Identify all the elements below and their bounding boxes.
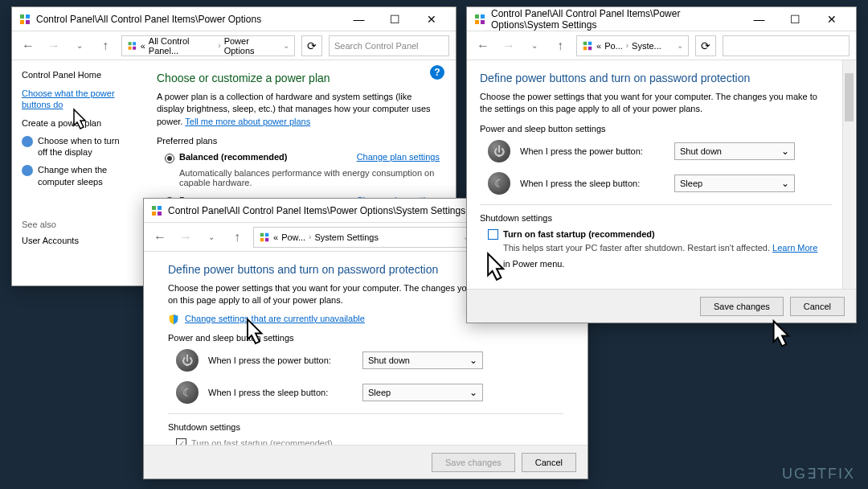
sidebar-link-power-buttons[interactable]: Choose what the power buttons do: [22, 88, 131, 111]
svg-rect-14: [260, 237, 264, 240]
button-row: Save changes Cancel: [144, 445, 588, 479]
power-button-select[interactable]: Shut down: [674, 142, 795, 160]
toolbar: ← → ⌄ ↑ « Po... › Syste... ⌄ ⟳: [467, 31, 856, 60]
breadcrumb-1[interactable]: Pow...: [281, 232, 305, 242]
sleep-button-select[interactable]: Sleep: [362, 384, 483, 401]
radio-balanced[interactable]: [165, 154, 174, 163]
section-power-sleep: Power and sleep button settings: [168, 333, 563, 343]
sidebar-user-accounts[interactable]: User Accounts: [22, 236, 131, 245]
power-icon: ⏻: [176, 349, 199, 372]
svg-rect-8: [152, 206, 156, 210]
link-learn-more[interactable]: Learn More: [772, 243, 817, 253]
up-button[interactable]: ↑: [96, 36, 115, 55]
shield-icon: [168, 314, 179, 325]
forward-button[interactable]: →: [499, 36, 518, 55]
window-title: Control Panel\All Control Panel Items\Po…: [491, 8, 741, 31]
titlebar: Control Panel\All Control Panel Items\Po…: [467, 7, 856, 31]
sidebar-link-create-plan[interactable]: Create a power plan: [22, 117, 131, 129]
maximize-button[interactable]: ☐: [377, 8, 413, 31]
control-panel-icon: [18, 13, 31, 26]
svg-rect-21: [588, 41, 592, 44]
history-dropdown[interactable]: ⌄: [70, 36, 89, 55]
history-dropdown[interactable]: ⌄: [202, 228, 221, 247]
svg-rect-16: [475, 14, 479, 18]
preferred-plans-label: Preferred plans: [157, 136, 440, 146]
breadcrumb-2[interactable]: Power Options: [224, 36, 276, 55]
refresh-button[interactable]: ⟳: [695, 35, 716, 56]
divider: [168, 413, 563, 414]
search-input[interactable]: [723, 35, 850, 56]
svg-rect-5: [133, 42, 136, 45]
control-panel-icon: [150, 204, 163, 217]
page-title: Choose or customize a power plan: [157, 72, 440, 84]
cancel-button[interactable]: Cancel: [522, 453, 576, 472]
checkbox-fast-startup[interactable]: [488, 229, 498, 240]
close-button[interactable]: ✕: [813, 8, 850, 31]
svg-rect-12: [260, 232, 264, 236]
link-more-power-plans[interactable]: Tell me more about power plans: [185, 117, 310, 126]
sleep-button-select[interactable]: Sleep: [674, 175, 795, 192]
breadcrumb-prefix: «: [273, 232, 278, 242]
chevron-right-icon: ›: [218, 41, 220, 50]
svg-rect-13: [265, 232, 268, 236]
sidebar-link-display-off[interactable]: Choose when to turn off the display: [22, 135, 131, 158]
svg-rect-20: [583, 41, 587, 44]
maximize-button[interactable]: ☐: [777, 8, 813, 31]
breadcrumb[interactable]: « Pow... › System Settings ⌄: [253, 227, 475, 248]
cancel-button[interactable]: Cancel: [790, 297, 845, 316]
back-button[interactable]: ←: [150, 228, 170, 247]
power-button-select[interactable]: Shut down: [362, 351, 483, 369]
svg-rect-18: [475, 20, 479, 24]
minimize-button[interactable]: —: [741, 8, 777, 31]
svg-rect-9: [158, 206, 162, 210]
breadcrumb-1[interactable]: Po...: [604, 41, 623, 51]
link-change-plan-balanced[interactable]: Change plan settings: [357, 152, 440, 162]
breadcrumb-2[interactable]: Syste...: [632, 41, 661, 51]
breadcrumb[interactable]: « Po... › Syste... ⌄: [576, 35, 689, 56]
forward-button[interactable]: →: [176, 228, 195, 247]
see-also-label: See also: [22, 220, 131, 229]
sleep-icon: ☾: [176, 381, 199, 404]
window-title: Control Panel\All Control Panel Items\Po…: [36, 14, 341, 25]
svg-rect-11: [158, 212, 162, 216]
link-change-unavailable[interactable]: Change settings that are currently unava…: [185, 314, 365, 323]
sidebar-home[interactable]: Control Panel Home: [22, 70, 131, 80]
section-power-sleep: Power and sleep button settings: [480, 124, 832, 134]
back-button[interactable]: ←: [18, 36, 38, 55]
chevron-down-icon[interactable]: ⌄: [283, 41, 289, 50]
scroll-thumb[interactable]: [845, 73, 854, 121]
plan-balanced-desc: Automatically balances performance with …: [179, 168, 440, 187]
close-button[interactable]: ✕: [413, 8, 449, 31]
display-icon: [22, 136, 33, 147]
up-button[interactable]: ↑: [227, 228, 247, 247]
sidebar-link-sleep[interactable]: Change when the computer sleeps: [22, 164, 131, 187]
page-title: Define power buttons and turn on passwor…: [480, 72, 832, 84]
chevron-down-icon[interactable]: ⌄: [677, 41, 683, 50]
toolbar: ← → ⌄ ↑ « All Control Panel... › Power O…: [12, 31, 456, 60]
window-system-settings-2: Control Panel\All Control Panel Items\Po…: [466, 6, 857, 323]
up-button[interactable]: ↑: [551, 36, 570, 55]
minimize-button[interactable]: —: [341, 8, 377, 31]
svg-rect-22: [583, 46, 587, 49]
history-dropdown[interactable]: ⌄: [525, 36, 544, 55]
back-button[interactable]: ←: [473, 36, 493, 55]
sidebar: Control Panel Home Choose what the power…: [12, 60, 141, 286]
breadcrumb-1[interactable]: All Control Panel...: [149, 36, 215, 55]
forward-button[interactable]: →: [44, 36, 63, 55]
save-button[interactable]: Save changes: [700, 297, 784, 316]
svg-rect-17: [481, 14, 485, 18]
breadcrumb-icon: [582, 40, 593, 51]
breadcrumb-2[interactable]: System Settings: [314, 232, 378, 242]
section-shutdown: Shutdown settings: [168, 422, 563, 432]
svg-rect-3: [26, 20, 30, 24]
refresh-button[interactable]: ⟳: [301, 35, 322, 56]
scrollbar[interactable]: [842, 60, 855, 322]
search-input[interactable]: Search Control Panel: [329, 35, 449, 56]
power-menu-text: in Power menu.: [503, 259, 564, 269]
svg-rect-0: [20, 14, 24, 18]
breadcrumb[interactable]: « All Control Panel... › Power Options ⌄: [121, 35, 295, 56]
breadcrumb-prefix: «: [141, 41, 145, 51]
help-icon[interactable]: ?: [430, 65, 444, 80]
svg-rect-7: [133, 46, 136, 49]
chevron-right-icon: ›: [309, 232, 311, 241]
